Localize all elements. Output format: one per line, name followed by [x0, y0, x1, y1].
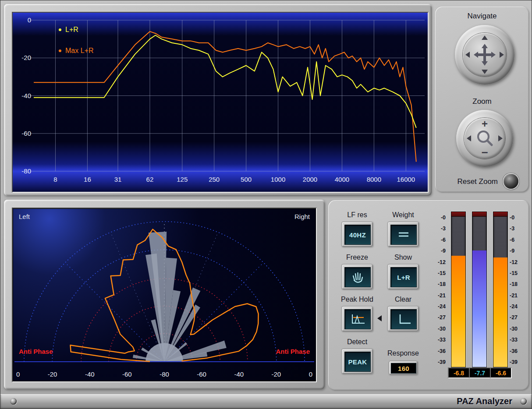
meter-scale-label: -18 [431, 281, 446, 287]
zoom-pad-face: + − [464, 118, 505, 159]
meter-scale-label: -3 [510, 226, 525, 232]
spectrum-x-label: 62 [146, 176, 154, 183]
freeze-hand-icon [351, 271, 364, 284]
meter-scale-label: -3 [431, 226, 446, 232]
lf-res-value: 40HZ [344, 225, 371, 245]
clear-label: Clear [387, 296, 419, 303]
meter-scale-right: -0-3-6-9-12-15-18-21-24-27-30-33-36-39 [510, 212, 525, 367]
navigate-pad[interactable] [455, 25, 514, 85]
show-button[interactable]: L+R [387, 264, 419, 289]
antiphase-left-label: Anti Phase [19, 348, 53, 355]
meter-mid [472, 212, 487, 367]
phase-right-label: Right [294, 213, 310, 220]
response-label: Response [381, 349, 425, 357]
meter-scale-label: -33 [510, 337, 525, 343]
lf-res-button[interactable]: 40HZ [341, 222, 373, 247]
meter-scale-label: -15 [431, 270, 446, 276]
app-title: PAZ Analyzer [457, 396, 512, 406]
phase-axis-label: -20 [48, 370, 57, 378]
weight-button[interactable] [387, 222, 419, 247]
zoom-right-arrow[interactable] [498, 135, 503, 141]
meter-scale-label: -33 [431, 337, 446, 343]
screw-right-icon [520, 398, 527, 405]
meter-scale-label: -39 [510, 359, 525, 365]
detect-value: PEAK [344, 352, 371, 372]
spectrum-y-label: -40 [21, 92, 31, 99]
meter-fill [451, 256, 465, 367]
spectrum-y-label: 0 [28, 16, 31, 24]
zoom-pad[interactable]: + − [456, 110, 513, 167]
meter-scale-label: -18 [510, 281, 525, 287]
spectrum-x-label: 8 [53, 176, 57, 183]
spectrum-y-label: -80 [21, 167, 31, 175]
clip-indicator [493, 212, 507, 217]
spectrum-display: 0-20-40-60-80816316212525050010002000400… [12, 12, 429, 193]
clip-indicator [472, 212, 486, 217]
spectrum-x-label: 500 [241, 176, 252, 183]
bottom-bar: PAZ Analyzer [0, 394, 532, 409]
meter-scale-label: -21 [510, 293, 525, 299]
move-cross-icon [472, 42, 497, 67]
meter-readout-mid[interactable]: -7.7 [469, 367, 491, 378]
zoom-label: Zoom [435, 97, 529, 106]
phase-axis-ticks: 0-20-40-60-80-60-40-200 [16, 370, 312, 378]
meter-scale-label: -24 [510, 303, 525, 310]
meter-scale-label: -12 [510, 259, 525, 265]
spectrum-x-label: 125 [177, 176, 188, 183]
phase-axis-label: -40 [234, 370, 244, 378]
reset-zoom-label: Reset Zoom [428, 177, 498, 186]
navigate-down-arrow[interactable] [482, 70, 488, 74]
show-label: Show [387, 254, 419, 261]
response-value: 160 [391, 363, 416, 374]
detect-label: Detect [341, 338, 373, 346]
show-value: L+R [390, 267, 417, 287]
spectrum-x-label: 4000 [335, 176, 349, 183]
zoom-in-button[interactable]: + [482, 119, 488, 129]
meter-scale-label: -6 [431, 237, 446, 243]
spectrum-x-label: 1000 [271, 176, 285, 183]
navigate-up-arrow[interactable] [482, 35, 488, 40]
peak-hold-graph-icon [349, 313, 366, 326]
meter-scale-label: -0 [510, 215, 525, 221]
spectrum-x-label: 16 [84, 176, 91, 183]
legend-dot [59, 49, 61, 52]
meter-scale-label: -6 [510, 237, 525, 243]
meter-scale-left: -0-3-6-9-12-15-18-21-24-27-30-33-36-39 [431, 212, 446, 367]
meter-scale-label: -9 [510, 248, 525, 254]
meter-scale-label: -15 [510, 270, 525, 276]
spectrum-chart: 0-20-40-60-80816316212525050010002000400… [13, 13, 428, 192]
peak-hold-button[interactable] [341, 306, 373, 331]
meter-scale-label: -27 [510, 314, 525, 321]
phase-axis-label: 0 [16, 370, 20, 378]
phase-axis-label: -20 [272, 370, 281, 378]
meter-scale-label: -24 [431, 303, 446, 310]
detect-button[interactable]: PEAK [341, 349, 373, 374]
clip-indicator [451, 212, 465, 217]
center-disc [145, 343, 183, 362]
meter-readout-right[interactable]: -6.6 [490, 367, 512, 378]
meter-scale-label: -39 [431, 359, 446, 365]
meter-right [493, 212, 508, 367]
phase-axis-label: -60 [122, 370, 132, 378]
response-control[interactable]: 160 [389, 361, 418, 375]
phase-axis-label: -80 [160, 370, 169, 378]
weight-lines-icon [397, 230, 411, 239]
spectrum-x-label: 31 [114, 176, 122, 183]
reset-zoom-button[interactable] [504, 174, 518, 189]
spectrum-x-label: 16000 [397, 176, 415, 183]
clear-button[interactable] [387, 306, 419, 331]
legend-label: Max L+R [65, 47, 93, 54]
meter-scale-label: -30 [510, 326, 525, 332]
options-arrow-icon[interactable] [377, 315, 382, 321]
legend-label: L+R [65, 26, 78, 33]
navigate-right-arrow[interactable] [500, 52, 504, 58]
meter-scale-label: -12 [431, 259, 446, 265]
navigate-left-arrow[interactable] [465, 52, 470, 58]
meter-fill [472, 250, 486, 367]
phase-left-label: Left [19, 213, 30, 220]
freeze-button[interactable] [341, 264, 373, 289]
zoom-left-arrow[interactable] [467, 135, 471, 141]
antiphase-right-label: Anti Phase [276, 348, 310, 355]
meter-readout-left[interactable]: -6.8 [448, 367, 470, 378]
phase-chart [13, 208, 316, 381]
